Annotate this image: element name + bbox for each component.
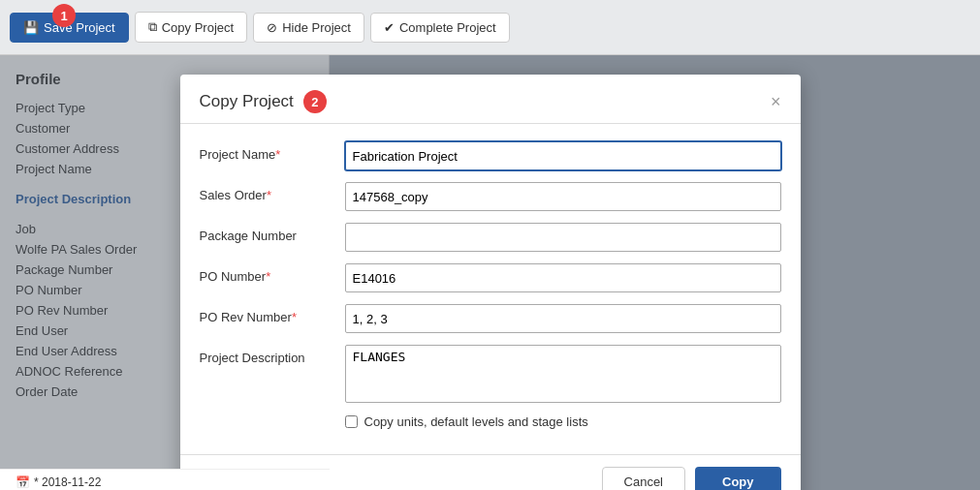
toolbar: 1 💾 Save Project ⧉ Copy Project ⊘ Hide P…	[0, 0, 980, 55]
copy-icon: ⧉	[148, 19, 157, 35]
cancel-button[interactable]: Cancel	[602, 467, 685, 490]
project-name-input[interactable]	[345, 141, 781, 170]
step-badge-1: 1	[52, 4, 76, 27]
project-description-row: Project Description FLANGES	[200, 345, 781, 403]
modal-body: Project Name* Sales Order* Package Numbe…	[180, 124, 801, 454]
sales-order-label: Sales Order*	[200, 182, 345, 202]
project-description-label: Project Description	[200, 345, 345, 365]
copy-project-modal: Copy Project 2 × Project Name* Sales	[180, 75, 801, 490]
copy-units-checkbox[interactable]	[345, 415, 358, 428]
step-badge-2: 2	[303, 90, 327, 113]
hide-icon: ⊘	[267, 20, 277, 35]
calendar-icon: 📅	[16, 475, 30, 489]
copy-units-label: Copy units, default levels and stage lis…	[364, 414, 588, 429]
project-name-row: Project Name*	[200, 141, 781, 170]
project-name-label: Project Name*	[200, 141, 345, 162]
modal-header: Copy Project 2 ×	[180, 75, 801, 124]
package-number-row: Package Number	[200, 223, 781, 252]
main-content: Profile Project Type Customer Customer A…	[0, 55, 980, 490]
copy-project-button[interactable]: ⧉ Copy Project	[135, 12, 247, 43]
package-number-label: Package Number	[200, 223, 345, 243]
po-rev-number-input[interactable]	[345, 304, 781, 333]
po-number-label: PO Number*	[200, 263, 345, 284]
copy-units-row: Copy units, default levels and stage lis…	[345, 414, 781, 429]
modal-title: Copy Project 2	[200, 90, 327, 113]
modal-close-button[interactable]: ×	[771, 93, 781, 110]
modal-overlay: Copy Project 2 × Project Name* Sales	[0, 55, 980, 490]
sales-order-row: Sales Order*	[200, 182, 781, 211]
complete-project-button[interactable]: ✔ Complete Project	[370, 13, 510, 43]
bottom-date-hint: 📅 * 2018-11-22	[0, 469, 330, 490]
po-number-input[interactable]	[345, 263, 781, 292]
po-number-row: PO Number*	[200, 263, 781, 292]
package-number-input[interactable]	[345, 223, 781, 252]
sales-order-input[interactable]	[345, 182, 781, 211]
copy-button[interactable]: Copy	[695, 467, 781, 490]
project-description-input[interactable]: FLANGES	[345, 345, 781, 403]
po-rev-number-label: PO Rev Number*	[200, 304, 345, 324]
hide-project-button[interactable]: ⊘ Hide Project	[253, 13, 364, 43]
check-icon: ✔	[384, 20, 395, 35]
po-rev-number-row: PO Rev Number*	[200, 304, 781, 333]
save-icon: 💾	[23, 20, 39, 35]
